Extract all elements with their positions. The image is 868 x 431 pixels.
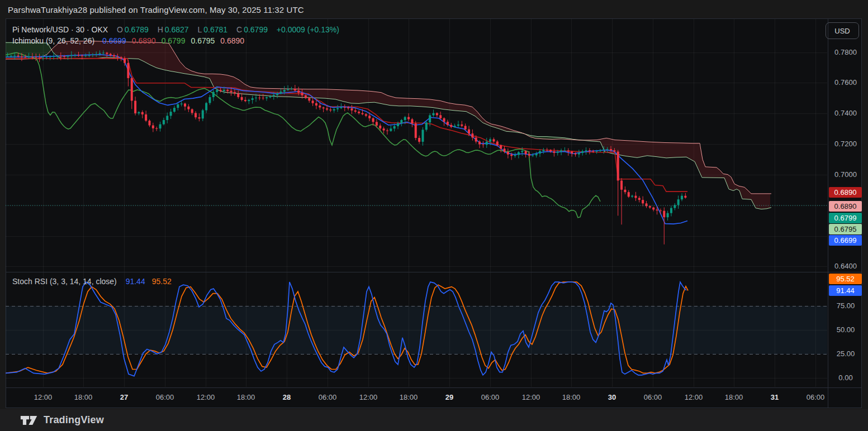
ichimoku-legend: Ichimoku (9, 26, 52, 26) 0.66990.68900.6…: [12, 36, 248, 45]
footer-bar: TradingView: [0, 409, 868, 431]
ichimoku-value: 0.6890: [132, 36, 156, 45]
stoch-value: 95.52: [152, 277, 172, 286]
lead-b-line: [6, 41, 771, 194]
stoch-tick-label: 25.00: [829, 349, 862, 358]
ichimoku-value: 0.6699: [102, 36, 126, 45]
price-label-badge: 95.52: [829, 274, 862, 284]
stoch-title[interactable]: Stoch RSI (3, 3, 14, 14, close): [12, 277, 117, 286]
price-tick-label: 0.7800: [829, 48, 862, 56]
change-value: +0.0009 (+0.13%): [277, 25, 339, 34]
stoch-legend: Stoch RSI (3, 3, 14, 14, close) 91.4495.…: [12, 277, 175, 286]
time-tick-label: 12:00: [685, 393, 703, 401]
symbol-title[interactable]: Pi Network/USD · 30 · OKX: [12, 25, 108, 34]
stoch-values: 91.4495.52: [121, 277, 173, 286]
time-tick-label: 29: [445, 393, 453, 401]
tradingview-brand[interactable]: TradingView: [44, 414, 104, 426]
close-label: C: [236, 25, 242, 34]
time-tick-label: 18:00: [400, 393, 418, 401]
ichimoku-value: 0.6890: [220, 36, 244, 45]
symbol-legend: Pi Network/USD · 30 · OKX O0.6789 H0.682…: [12, 25, 341, 34]
ichimoku-values: 0.66990.68900.67990.67950.6890: [98, 36, 246, 45]
close-value: 0.6799: [244, 25, 268, 34]
price-label-badge: 0.6799: [829, 213, 862, 223]
stoch-value: 91.44: [126, 277, 145, 286]
stoch-tick-label: 50.00: [829, 325, 862, 334]
ichimoku-title[interactable]: Ichimoku (9, 26, 52, 26): [12, 36, 94, 45]
open-value: 0.6789: [125, 25, 149, 34]
candles: [7, 50, 687, 245]
time-tick-label: 12:00: [34, 393, 53, 401]
price-label-badge: 91.44: [829, 285, 862, 296]
time-tick-label: 27: [120, 393, 128, 401]
tradingview-logo-icon[interactable]: [20, 414, 38, 427]
high-value: 0.6827: [165, 25, 189, 34]
lagging-span-line: [6, 52, 600, 218]
time-tick-label: 30: [608, 393, 616, 401]
time-tick-label: 12:00: [522, 393, 540, 401]
price-label-badge: 0.6890: [829, 187, 862, 198]
price-tick-label: 0.7400: [829, 109, 862, 117]
time-tick-label: 18:00: [237, 393, 255, 401]
time-tick-label: 06:00: [481, 393, 500, 401]
low-label: L: [198, 25, 202, 34]
base-line: [6, 59, 687, 191]
time-tick-label: 31: [771, 393, 779, 401]
time-tick-label: 18:00: [74, 393, 93, 401]
price-tick-label: 0.7600: [829, 78, 862, 87]
low-value: 0.6781: [203, 25, 227, 34]
ichimoku-value: 0.6799: [162, 36, 186, 45]
chart-canvas[interactable]: [0, 0, 868, 431]
time-tick-label: 06:00: [156, 393, 174, 401]
snapshot-page: ParshwaTurakhiya28 published on TradingV…: [0, 0, 868, 431]
open-label: O: [117, 25, 123, 34]
time-tick-label: 18:00: [725, 393, 743, 401]
price-tick-label: 0.6400: [829, 262, 862, 270]
time-tick-label: 06:00: [807, 393, 825, 401]
ichimoku-value: 0.6795: [191, 36, 215, 45]
price-tick-label: 0.7000: [829, 170, 862, 179]
stoch-tick-label: 0.00: [829, 373, 862, 382]
time-tick-label: 06:00: [319, 393, 337, 401]
price-label-badge: 0.6699: [829, 235, 862, 246]
currency-toggle-button[interactable]: USD: [826, 22, 859, 39]
price-label-badge: 0.6890: [829, 201, 862, 212]
time-tick-label: 06:00: [644, 393, 662, 401]
stoch-tick-label: 75.00: [829, 301, 862, 310]
time-tick-label: 28: [283, 393, 291, 401]
time-tick-label: 18:00: [562, 393, 581, 401]
time-tick-label: 12:00: [359, 393, 378, 401]
time-tick-label: 12:00: [197, 393, 215, 401]
high-label: H: [158, 25, 163, 34]
stoch-band: [6, 306, 827, 354]
lead-a-line: [6, 42, 771, 209]
conversion-line: [6, 55, 687, 224]
price-label-badge: 0.6795: [829, 224, 862, 234]
price-tick-label: 0.7200: [829, 140, 862, 148]
